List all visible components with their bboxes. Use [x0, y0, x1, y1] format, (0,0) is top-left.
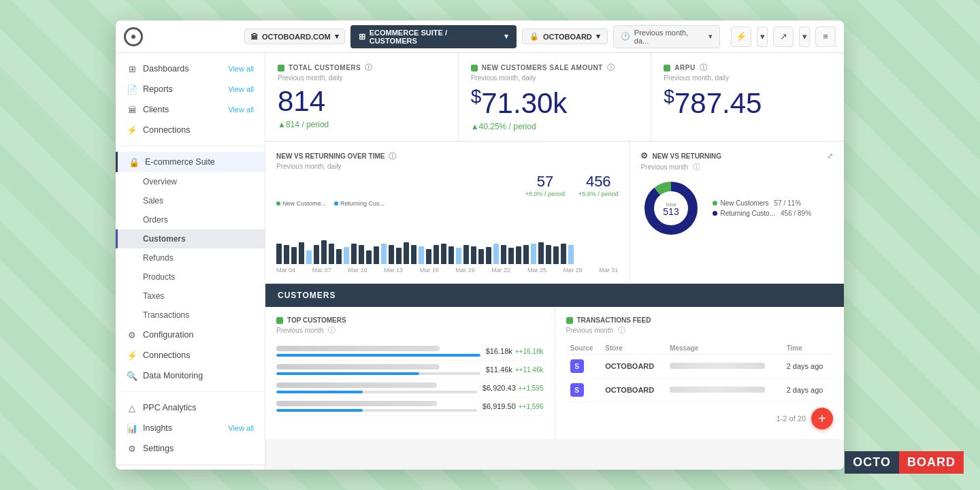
sidebar-section-main: ⊞ Dashboards View all 📄 Reports View all… [116, 53, 265, 146]
sidebar-sub-overview[interactable]: Overview [116, 172, 265, 191]
ppc-label: PPC Analytics [143, 403, 254, 412]
sidebar-item-reports[interactable]: 📄 Reports View all [116, 79, 265, 99]
lightning-caret-button[interactable]: ▾ [757, 27, 768, 47]
add-button[interactable]: + [811, 408, 833, 429]
sidebar-item-ppc[interactable]: △ PPC Analytics [116, 397, 265, 418]
date-selector[interactable]: 🕐 Previous month, da... ▾ [613, 25, 720, 48]
top-customers-card: TOP CUSTOMERS Previous month ⓘ $16.18k +… [265, 307, 555, 439]
date-caret-icon: ▾ [708, 32, 713, 41]
widget-new-customers: NEW CUSTOMERS SALE AMOUNT ⓘ Previous mon… [459, 53, 652, 141]
table-row: S OCTOBOARD 2 days ago [566, 378, 834, 402]
menu-button[interactable]: ≡ [815, 27, 836, 47]
reports-label: Reports [143, 84, 228, 94]
customer-bar-bg-1 [276, 372, 480, 375]
sidebar-item-clients[interactable]: 🏛 Clients View all [116, 99, 265, 120]
dashboards-viewall[interactable]: View all [228, 65, 254, 73]
sales-label: Sales [143, 196, 163, 206]
donut-svg: total 513 [640, 178, 702, 239]
sidebar-sub-taxes[interactable]: Taxes [116, 287, 265, 306]
sidebar-sub-connections[interactable]: ⚡ Connections [116, 345, 265, 365]
transactions-info-icon: ⓘ [618, 326, 625, 334]
refunds-label: Refunds [143, 253, 174, 263]
donut-chart-wrapper: total 513 [640, 178, 702, 242]
bar-27 [478, 249, 484, 264]
customer-name-0 [276, 346, 480, 357]
share-caret-button[interactable]: ▾ [799, 27, 810, 47]
bar-9 [344, 247, 349, 264]
settings-icon: ⚙ [127, 443, 137, 454]
insights-viewall[interactable]: View all [228, 424, 254, 432]
bar-37 [553, 246, 559, 264]
main-layout: ⊞ Dashboards View all 📄 Reports View all… [116, 53, 844, 470]
lightning-button[interactable]: ⚡ [731, 27, 751, 47]
chart-nvr-subtitle: Previous month, daily [276, 163, 618, 170]
ecommerce-icon: 🔒 [129, 157, 140, 167]
bar-26 [471, 246, 476, 264]
orders-label: Orders [143, 215, 168, 225]
sidebar-sub-sales[interactable]: Sales [116, 191, 265, 210]
transactions-table: Source Store Message Time S [566, 342, 834, 402]
sidebar-item-dashboards[interactable]: ⊞ Dashboards View all [116, 59, 265, 79]
customer-name-text-3 [276, 401, 437, 406]
col-message: Message [666, 342, 762, 355]
org-selector[interactable]: 🏛 OCTOBOARD.COM ▾ [244, 29, 345, 44]
brand-board: BOARD [899, 451, 964, 474]
sidebar-item-settings[interactable]: ⚙ Settings [116, 438, 265, 459]
sidebar-sub-data-monitoring[interactable]: 🔍 Data Monitoring [116, 365, 265, 386]
col-store: Store [601, 342, 666, 355]
reports-viewall[interactable]: View all [228, 85, 254, 93]
org-icon: 🏛 [250, 33, 258, 41]
customer-name-text-2 [276, 382, 437, 388]
board-selector[interactable]: 🔒 OCTOBOARD ▾ [522, 29, 608, 44]
bar-7 [329, 244, 334, 264]
share-button[interactable]: ↗ [773, 27, 794, 47]
total-customers-value: 814 [278, 87, 446, 116]
row1-source: S [566, 355, 602, 378]
row2-store: OCTOBOARD [601, 378, 666, 402]
chart-nvr-info-icon: ⓘ [389, 151, 396, 161]
bar-23 [448, 246, 454, 264]
bar-16 [396, 248, 402, 264]
pagination-text: 1-2 of 20 [777, 414, 806, 423]
bar-21 [434, 245, 439, 264]
widgets-row: TOTAL CUSTOMERS ⓘ Previous month, daily … [265, 53, 844, 142]
sidebar-sub-refunds[interactable]: Refunds [116, 248, 265, 267]
customer-bar-fill-3 [276, 409, 363, 412]
donut-legend-returning: Returning Custo... 456 / 89% [713, 210, 811, 217]
transactions-title: TRANSACTIONS FEED [566, 316, 834, 324]
customer-row-2: $6,920.43 ++1,595 [276, 379, 544, 397]
suite-selector[interactable]: ⊞ ECOMMERCE SUITE / CUSTOMERS ▾ [350, 25, 517, 48]
customer-bar-fill-0 [276, 354, 480, 357]
insights-label: Insights [143, 423, 228, 433]
settings-label: Settings [143, 444, 254, 453]
sidebar-section-ppc: △ PPC Analytics 📊 Insights View all ⚙ Se… [116, 392, 265, 465]
arpu-title: ARPU ⓘ [664, 63, 832, 73]
sidebar-item-connections[interactable]: ⚡ Connections [116, 120, 265, 140]
chart-xaxis: Mar 04Mar 07Mar 10Mar 13Mar 16Mar 19Mar … [276, 267, 618, 274]
date-range: Previous month, da... [634, 29, 704, 45]
app-container: 🏛 OCTOBOARD.COM ▾ ⊞ ECOMMERCE SUITE / CU… [116, 20, 844, 470]
donut-new-label: New Customers [720, 199, 768, 207]
sidebar-sub-products[interactable]: Products [116, 267, 265, 287]
bar-28 [486, 247, 491, 264]
row2-message [666, 378, 783, 402]
sidebar-item-ecommerce[interactable]: 🔒 E-commerce Suite [116, 152, 265, 172]
chart-returning-sub: +5.6% / period [578, 191, 618, 197]
sidebar-sub-customers[interactable]: Customers [116, 229, 265, 248]
sidebar-sub-configuration[interactable]: ⚙ Configuration [116, 325, 265, 345]
sidebar-footer: Feedback Docs Support 0 [116, 465, 265, 470]
donut-title: ⚙ NEW VS RETURNING ⤢ [640, 151, 833, 161]
bar-4 [306, 250, 312, 264]
donut-total-value: 513 [664, 206, 680, 217]
overview-label: Overview [143, 177, 177, 186]
customer-amount-3: $6,919.50 [483, 402, 516, 410]
sidebar-item-insights[interactable]: 📊 Insights View all [116, 418, 265, 438]
donut-returning-label: Returning Custo... [720, 210, 775, 217]
chart-new-sub: +8.0% / period [525, 191, 565, 197]
sidebar-sub-transactions[interactable]: Transactions [116, 306, 265, 325]
customer-amount-1: $11.46k [486, 365, 512, 374]
donut-returning-val: 456 / 89% [781, 210, 811, 217]
sidebar-sub-orders[interactable]: Orders [116, 210, 265, 229]
connections-sub-label: Connections [143, 350, 191, 360]
clients-viewall[interactable]: View all [228, 105, 254, 114]
